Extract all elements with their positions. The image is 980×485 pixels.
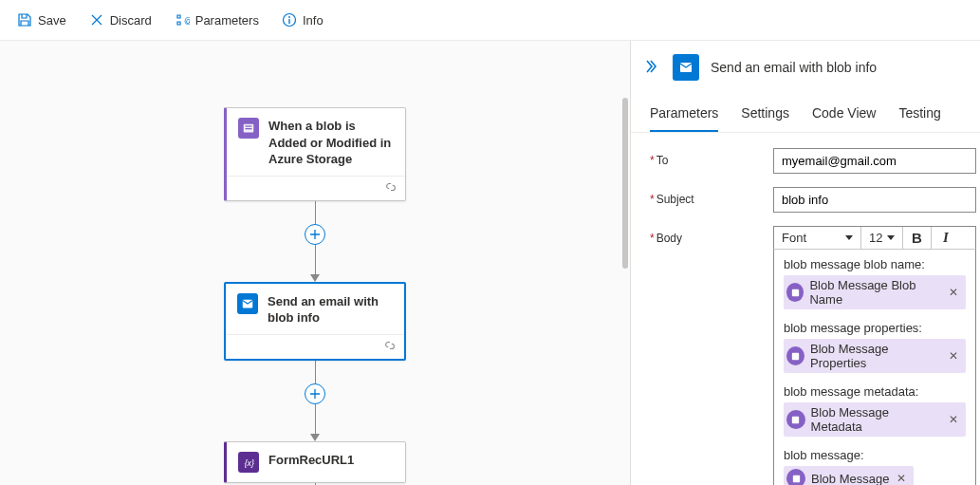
- subject-label: *Subject: [650, 187, 773, 206]
- scrollbar-thumb[interactable]: [622, 98, 628, 269]
- save-label: Save: [38, 13, 66, 28]
- body-text: blob message:: [784, 448, 966, 462]
- bold-button[interactable]: B: [903, 227, 932, 249]
- arrow-down-icon: [310, 274, 320, 282]
- body-block: blob message blob name: Blob Message Blo…: [784, 257, 966, 309]
- panel-tabs: Parameters Settings Code View Testing: [631, 90, 980, 133]
- arrow-down-icon: [310, 434, 320, 441]
- panel-header: Send an email with blob info: [631, 41, 980, 90]
- variable-node[interactable]: {x} FormRecURL1: [224, 441, 406, 483]
- designer-canvas[interactable]: When a blob is Added or Modified in Azur…: [0, 41, 631, 485]
- tab-code-view[interactable]: Code View: [812, 100, 876, 132]
- svg-text:@: @: [184, 16, 190, 26]
- svg-rect-6: [246, 128, 252, 129]
- token-label: Blob Message Metadata: [811, 405, 941, 434]
- details-panel: Send an email with blob info Parameters …: [631, 41, 980, 485]
- to-input[interactable]: [773, 148, 976, 174]
- body-text: blob message properties:: [784, 321, 966, 335]
- node-header: Send an email with blob info: [226, 284, 404, 334]
- close-icon: [89, 12, 104, 28]
- body-text: blob message blob name:: [784, 257, 966, 271]
- to-label: *To: [650, 148, 773, 167]
- remove-token-button[interactable]: ✕: [947, 349, 960, 363]
- body-editor: Font 12 B I blob message blob name: Blob…: [773, 226, 976, 485]
- dynamic-token[interactable]: Blob Message Properties ✕: [784, 339, 966, 373]
- node-header: When a blob is Added or Modified in Azur…: [227, 108, 405, 176]
- token-label: Blob Message Blob Name: [809, 278, 941, 307]
- parameters-form: *To *Subject *Body Font 12 B I: [631, 133, 980, 485]
- tab-parameters[interactable]: Parameters: [650, 100, 718, 132]
- dynamic-token[interactable]: Blob Message Metadata ✕: [784, 402, 966, 437]
- main-area: When a blob is Added or Modified in Azur…: [0, 41, 980, 485]
- svg-rect-5: [246, 125, 252, 126]
- remove-token-button[interactable]: ✕: [947, 413, 960, 426]
- collapse-panel-button[interactable]: [646, 59, 661, 77]
- subject-input[interactable]: [773, 187, 976, 213]
- token-icon: [786, 346, 804, 365]
- token-icon: [786, 283, 804, 302]
- token-icon: [786, 410, 805, 429]
- dynamic-token[interactable]: Blob Message Blob Name ✕: [784, 275, 966, 309]
- node-footer: [227, 176, 405, 200]
- link-icon: [384, 180, 398, 196]
- body-block: blob message metadata: Blob Message Meta…: [784, 384, 966, 437]
- chevron-down-icon: [845, 235, 853, 240]
- connector: [315, 245, 316, 275]
- svg-rect-11: [792, 352, 799, 359]
- email-action-node[interactable]: Send an email with blob info: [224, 282, 406, 361]
- rte-toolbar: Font 12 B I: [773, 226, 976, 250]
- email-action-title: Send an email with blob info: [268, 293, 393, 326]
- body-label: *Body: [650, 226, 773, 245]
- chevron-down-icon: [887, 235, 895, 240]
- body-block: blob message: Blob Message ✕: [784, 448, 966, 485]
- body-block: blob message properties: Blob Message Pr…: [784, 321, 966, 373]
- save-icon: [17, 12, 32, 28]
- trigger-title: When a blob is Added or Modified in Azur…: [268, 118, 394, 168]
- save-button[interactable]: Save: [8, 7, 76, 33]
- variable-title: FormRecURL1: [268, 452, 354, 469]
- parameters-button[interactable]: @ Parameters: [165, 7, 268, 33]
- svg-rect-10: [792, 289, 799, 295]
- tab-testing[interactable]: Testing: [898, 100, 940, 132]
- svg-text:{x}: {x}: [245, 457, 254, 467]
- svg-rect-12: [792, 416, 799, 422]
- toolbar: Save Discard @ Parameters Info: [0, 0, 980, 41]
- font-select[interactable]: Font: [774, 227, 861, 249]
- variable-icon: {x}: [238, 452, 259, 473]
- token-icon: [786, 469, 805, 485]
- dynamic-token[interactable]: Blob Message ✕: [784, 466, 914, 485]
- remove-token-button[interactable]: ✕: [947, 286, 960, 299]
- connector: [315, 361, 316, 383]
- parameters-label: Parameters: [195, 13, 259, 28]
- svg-rect-3: [288, 19, 289, 24]
- body-row: *Body Font 12 B I blob message blob name…: [650, 226, 976, 485]
- add-step-button[interactable]: [305, 224, 325, 245]
- trigger-node[interactable]: When a blob is Added or Modified in Azur…: [224, 107, 406, 201]
- workflow: When a blob is Added or Modified in Azur…: [224, 107, 406, 485]
- info-button[interactable]: Info: [272, 7, 333, 33]
- blob-storage-icon: [238, 118, 259, 139]
- info-label: Info: [303, 13, 324, 28]
- italic-button[interactable]: I: [932, 227, 960, 249]
- connector: [315, 404, 316, 435]
- subject-row: *Subject: [650, 187, 976, 213]
- tab-settings[interactable]: Settings: [741, 100, 789, 132]
- discard-label: Discard: [110, 13, 152, 28]
- info-icon: [282, 12, 297, 28]
- node-header: {x} FormRecURL1: [227, 442, 405, 482]
- token-label: Blob Message Properties: [810, 342, 941, 370]
- remove-token-button[interactable]: ✕: [895, 472, 908, 485]
- to-row: *To: [650, 148, 976, 174]
- token-label: Blob Message: [811, 472, 889, 486]
- connector: [315, 201, 316, 224]
- outlook-icon: [673, 54, 699, 81]
- add-step-button[interactable]: [305, 383, 325, 404]
- svg-point-2: [288, 16, 290, 18]
- discard-button[interactable]: Discard: [80, 7, 161, 33]
- link-icon: [383, 339, 397, 355]
- rte-content[interactable]: blob message blob name: Blob Message Blo…: [773, 250, 976, 485]
- body-text: blob message metadata:: [784, 384, 966, 399]
- panel-title: Send an email with blob info: [711, 60, 877, 75]
- font-size-select[interactable]: 12: [861, 227, 903, 249]
- svg-rect-13: [792, 475, 799, 481]
